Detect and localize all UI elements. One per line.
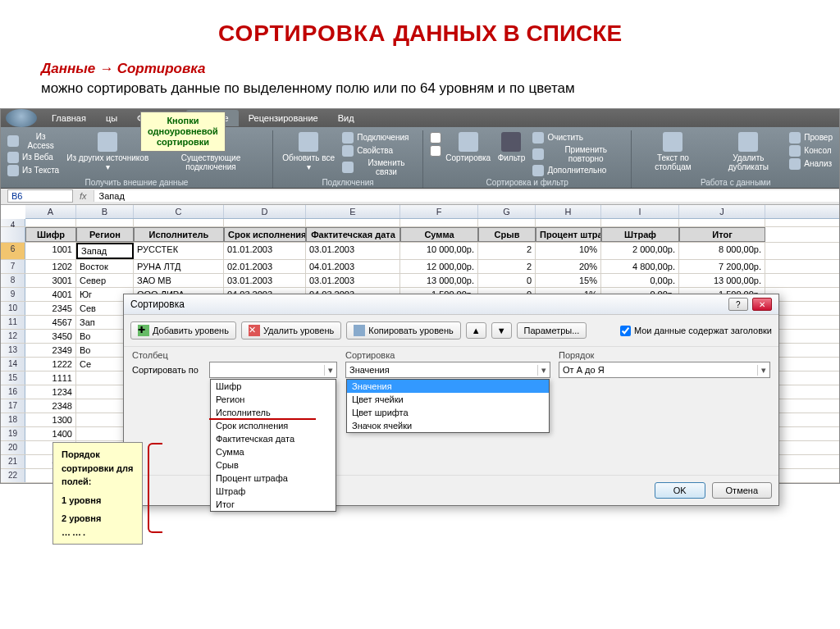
move-up-button[interactable]: ▲ bbox=[466, 322, 486, 339]
table-header: Штраф bbox=[601, 227, 679, 242]
subtitle: Данные → Сортировка можно сортировать да… bbox=[41, 59, 840, 98]
table-header: Сумма bbox=[400, 227, 478, 242]
office-button[interactable] bbox=[6, 109, 37, 127]
add-level-button[interactable]: ✚Добавить уровень bbox=[130, 321, 236, 340]
table-header: Итог bbox=[679, 227, 765, 242]
table-header: Фактитечская дата bbox=[306, 227, 400, 242]
reapply[interactable]: Применить повторно bbox=[532, 145, 624, 163]
from-access[interactable]: Из Access bbox=[7, 132, 60, 150]
table-header: Шифр bbox=[25, 227, 76, 242]
col-header[interactable]: E bbox=[306, 205, 400, 218]
edit-links[interactable]: Изменить связи bbox=[342, 158, 416, 176]
cancel-button[interactable]: Отмена bbox=[712, 482, 772, 484]
ok-button[interactable]: OK bbox=[655, 482, 705, 484]
formula-bar: B6 fx Запад bbox=[1, 189, 839, 205]
callout-sort-order: Порядок сортировки для полей: 1 уровня 2… bbox=[52, 442, 143, 484]
fx-icon[interactable]: fx bbox=[73, 191, 94, 201]
title-part1: СОРТИРОВКА bbox=[218, 21, 393, 46]
data-validation[interactable]: Провер bbox=[789, 132, 833, 144]
sort-button[interactable]: Сортировка bbox=[446, 132, 490, 162]
copy-level-button[interactable]: Копировать уровень bbox=[346, 321, 461, 340]
table-header: Исполнитель bbox=[134, 227, 224, 242]
title-part2: ДАННЫХ В СПИСКЕ bbox=[393, 21, 622, 46]
sortby-dropdown[interactable]: ШифрРегионИсполнительСрок исполненияФакт… bbox=[210, 379, 336, 484]
table-header: Срок исполнения bbox=[224, 227, 306, 242]
what-if[interactable]: Анализ bbox=[789, 158, 833, 170]
filter-button[interactable]: Фильтр bbox=[495, 132, 527, 162]
table-header: Срыв bbox=[478, 227, 536, 242]
col-header[interactable]: I bbox=[601, 205, 679, 218]
close-button[interactable]: ✕ bbox=[752, 298, 772, 311]
tab-home[interactable]: Главная bbox=[42, 110, 96, 126]
clear-filter[interactable]: Очистить bbox=[532, 132, 624, 144]
col-header[interactable]: G bbox=[478, 205, 536, 218]
refresh-all[interactable]: Обновить все ▾ bbox=[280, 132, 337, 171]
move-down-button[interactable]: ▼ bbox=[491, 322, 512, 339]
from-text[interactable]: Из Текста bbox=[7, 165, 60, 176]
col-header[interactable]: D bbox=[224, 205, 306, 218]
tab-review[interactable]: Рецензирование bbox=[239, 110, 328, 126]
formula-input[interactable]: Запад bbox=[94, 190, 839, 202]
order-combo[interactable]: От А до Я▾ bbox=[559, 362, 770, 378]
name-box[interactable]: B6 bbox=[7, 189, 73, 203]
col-header[interactable]: H bbox=[536, 205, 601, 218]
sort-dialog: Сортировка ? ✕ ✚Добавить уровень ✕Удалит… bbox=[123, 294, 779, 484]
col-header[interactable]: C bbox=[134, 205, 224, 218]
sortvalues-dropdown[interactable]: ЗначенияЦвет ячейкиЦвет шрифтаЗначок яче… bbox=[346, 379, 550, 433]
table-row[interactable]: 61001ЗападРУССТЕК01.01.200303.01.200310 … bbox=[1, 243, 839, 260]
text-to-columns[interactable]: Текст по столбцам bbox=[638, 132, 707, 171]
callout-sort-buttons: Кнопкиодноуровневойсортировки bbox=[140, 112, 226, 153]
advanced[interactable]: Дополнительно bbox=[532, 165, 624, 176]
from-other[interactable]: Из других источников ▾ bbox=[65, 132, 152, 171]
headers-checkbox[interactable]: Мои данные содержат заголовки bbox=[620, 326, 772, 336]
brace-icon bbox=[148, 443, 162, 484]
remove-duplicates[interactable]: Удалить дубликаты bbox=[712, 132, 784, 171]
red-underline bbox=[209, 418, 316, 420]
ribbon: Из Access Из Веба Из Текста Из других ис… bbox=[1, 127, 839, 189]
help-button[interactable]: ? bbox=[728, 298, 748, 311]
sort-za[interactable] bbox=[430, 145, 441, 157]
dialog-titlebar[interactable]: Сортировка ? ✕ bbox=[124, 294, 778, 315]
from-web[interactable]: Из Веба bbox=[7, 152, 60, 163]
consolidate[interactable]: Консол bbox=[789, 145, 833, 157]
ribbon-tabs: Главная цы Формулы Данные Рецензирование… bbox=[1, 109, 839, 127]
sort-az[interactable] bbox=[430, 132, 441, 144]
col-header[interactable]: B bbox=[76, 205, 134, 218]
tab-view[interactable]: Вид bbox=[328, 110, 364, 126]
table-row[interactable]: 83001СеверЗАО МВ03.01.200303.01.200313 0… bbox=[1, 274, 839, 288]
sort-values-combo[interactable]: Значения▾ ЗначенияЦвет ячейкиЦвет шрифта… bbox=[345, 362, 550, 378]
col-header[interactable]: J bbox=[679, 205, 765, 218]
table-header: Регион bbox=[76, 227, 134, 242]
table-row[interactable]: 71202ВостокРУНА ЛТД02.01.200304.01.20031… bbox=[1, 260, 839, 274]
properties[interactable]: Свойства bbox=[342, 145, 416, 157]
col-header[interactable]: A bbox=[25, 205, 76, 218]
params-button[interactable]: Параметры... bbox=[517, 322, 587, 339]
slide-title: СОРТИРОВКА ДАННЫХ В СПИСКЕ bbox=[0, 21, 840, 47]
connections[interactable]: Подключения bbox=[342, 132, 416, 144]
sortby-combo[interactable]: ▾ ШифрРегионИсполнительСрок исполненияФа… bbox=[209, 362, 337, 378]
table-header: Процент штрафа bbox=[536, 227, 601, 242]
col-header[interactable]: F bbox=[400, 205, 478, 218]
delete-level-button[interactable]: ✕Удалить уровень bbox=[241, 321, 341, 340]
